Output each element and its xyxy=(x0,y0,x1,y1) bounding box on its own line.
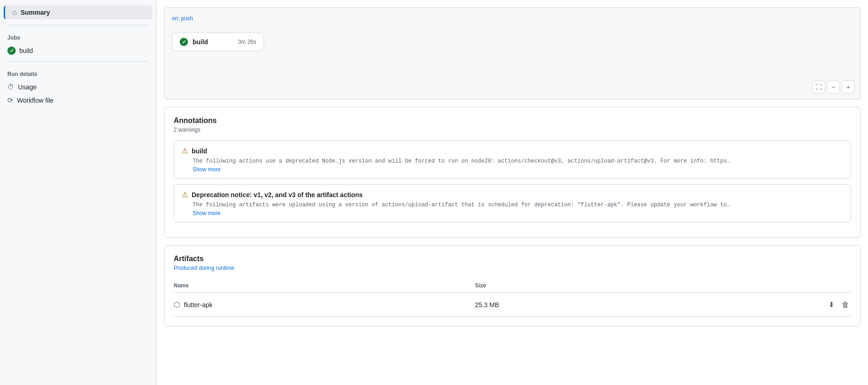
clock-icon: ⏱ xyxy=(7,83,14,91)
artifact-name-cell: ⬡ flutter-apk xyxy=(174,293,475,317)
sidebar-item-summary[interactable]: ⌂ Summary xyxy=(4,6,152,19)
artifacts-title: Artifacts xyxy=(174,255,851,263)
artifacts-subtitle: Produced during runtime xyxy=(174,265,851,271)
annotation-body-1: The following actions use a deprecated N… xyxy=(182,158,843,164)
artifacts-col-actions xyxy=(662,279,851,293)
annotation-title-2: Deprecation notice: v1, v2, and v3 of th… xyxy=(192,191,363,198)
warning-icon-1: ⚠ xyxy=(182,146,188,155)
trigger-label: on: push xyxy=(172,15,853,22)
graph-controls: ⛶ − + xyxy=(812,81,855,93)
artifacts-col-size: Size xyxy=(475,279,662,293)
sidebar-item-workflow-file[interactable]: ⟳ Workflow file xyxy=(0,93,156,107)
sidebar-item-usage[interactable]: ⏱ Usage xyxy=(0,80,156,93)
trigger-value: push xyxy=(181,15,193,22)
zoom-out-button[interactable]: − xyxy=(827,81,840,93)
artifact-row-1: ⬡ flutter-apk 25.3 MB ⬇ 🗑 xyxy=(174,293,851,317)
sidebar-divider-2 xyxy=(7,61,149,62)
build-card-name: build xyxy=(193,38,208,46)
annotation-item-2: ⚠ Deprecation notice: v1, v2, and v3 of … xyxy=(174,184,851,222)
artifact-actions-cell: ⬇ 🗑 xyxy=(662,293,851,317)
annotations-subtitle: 2 warnings xyxy=(174,127,851,133)
home-icon: ⌂ xyxy=(12,8,17,17)
artifact-name: flutter-apk xyxy=(184,301,212,309)
fullscreen-button[interactable]: ⛶ xyxy=(812,81,825,93)
annotation-body-2: The following artifacts were uploaded us… xyxy=(182,202,843,208)
sidebar: ⌂ Summary Jobs build Run details ⏱ Usage… xyxy=(0,0,157,385)
run-details-section-label: Run details xyxy=(0,65,156,80)
sidebar-summary-label: Summary xyxy=(21,9,50,16)
main-content: on: push build 3m 26s ⛶ − + Annotations … xyxy=(157,0,868,385)
build-card[interactable]: build 3m 26s xyxy=(172,33,264,51)
annotations-section: Annotations 2 warnings ⚠ build The follo… xyxy=(164,107,861,238)
workflow-file-label: Workflow file xyxy=(17,97,53,104)
build-status-check xyxy=(7,47,16,55)
graph-section: on: push build 3m 26s ⛶ − + xyxy=(164,7,861,99)
artifacts-col-name: Name xyxy=(174,279,475,293)
artifacts-table: Name Size ⬡ flutter-apk 25.3 MB xyxy=(174,279,851,317)
workflow-icon: ⟳ xyxy=(7,96,13,105)
show-more-2[interactable]: Show more xyxy=(182,210,843,216)
annotation-item-1: ⚠ build The following actions use a depr… xyxy=(174,140,851,179)
sidebar-item-build[interactable]: build xyxy=(0,44,156,58)
show-more-1[interactable]: Show more xyxy=(182,166,843,173)
annotation-header-1: ⚠ build xyxy=(182,146,843,155)
build-card-time: 3m 26s xyxy=(238,39,256,45)
build-card-check xyxy=(180,38,188,46)
annotations-title: Annotations xyxy=(174,117,851,125)
annotation-header-2: ⚠ Deprecation notice: v1, v2, and v3 of … xyxy=(182,190,843,199)
usage-label: Usage xyxy=(18,83,36,91)
zoom-in-button[interactable]: + xyxy=(842,81,855,93)
artifacts-section: Artifacts Produced during runtime Name S… xyxy=(164,245,861,327)
artifact-package-icon: ⬡ xyxy=(174,300,180,309)
jobs-section-label: Jobs xyxy=(0,29,156,44)
warning-icon-2: ⚠ xyxy=(182,190,188,199)
artifact-download-button[interactable]: ⬇ xyxy=(827,298,836,311)
trigger-prefix: on: xyxy=(172,15,181,22)
build-job-label: build xyxy=(19,47,33,54)
sidebar-divider-1 xyxy=(7,25,149,25)
annotation-title-1: build xyxy=(192,147,207,155)
artifact-size: 25.3 MB xyxy=(475,293,662,317)
artifact-delete-button[interactable]: 🗑 xyxy=(840,298,851,311)
